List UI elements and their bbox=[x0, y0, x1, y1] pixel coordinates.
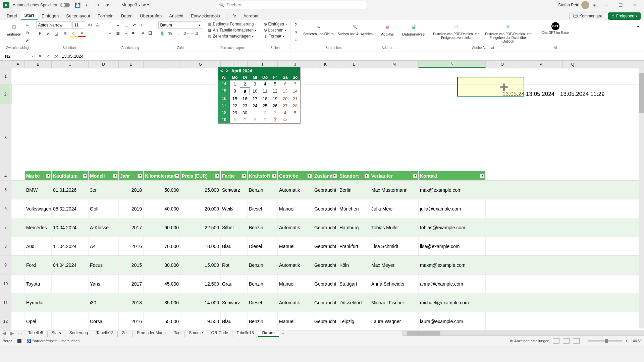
cell[interactable] bbox=[11, 171, 25, 180]
table-cell[interactable]: Gebraucht bbox=[313, 256, 338, 274]
table-cell[interactable]: 60.000 bbox=[144, 218, 180, 237]
cal-day[interactable]: 23 bbox=[240, 102, 250, 109]
table-cell[interactable]: 55.000 bbox=[144, 312, 180, 330]
table-header-jahr[interactable]: Jahr▾ bbox=[119, 171, 144, 180]
row-header[interactable]: 6 bbox=[0, 199, 11, 218]
table-cell[interactable]: Automatik bbox=[278, 293, 313, 312]
tab-menu-icon[interactable]: ⋯ bbox=[16, 330, 24, 336]
cal-day[interactable]: 4 bbox=[280, 109, 290, 116]
table-header-zustand[interactable]: Zustand▾ bbox=[313, 171, 338, 180]
table-cell[interactable]: 14.000 bbox=[180, 293, 221, 312]
toggle-icon[interactable] bbox=[60, 3, 70, 7]
row-header[interactable]: 12 bbox=[0, 312, 11, 330]
cal-day[interactable]: 29 bbox=[230, 109, 240, 116]
table-cell[interactable]: 45.000 bbox=[144, 275, 180, 293]
table-cell[interactable]: Focus bbox=[89, 256, 119, 274]
col-header-A[interactable]: A bbox=[11, 61, 25, 68]
align-bottom-icon[interactable]: ⎽ bbox=[122, 21, 130, 28]
align-top-icon[interactable]: ⎺ bbox=[106, 21, 114, 28]
table-cell[interactable]: Diesel bbox=[248, 237, 278, 255]
cal-day[interactable]: 8 bbox=[230, 87, 240, 95]
col-header-L[interactable]: L bbox=[338, 61, 370, 68]
table-cell[interactable]: 2016 bbox=[119, 312, 144, 330]
table-cell[interactable]: Automatik bbox=[278, 256, 313, 274]
tab-start[interactable]: Start bbox=[21, 11, 38, 20]
maximize-button[interactable]: ☐ bbox=[614, 1, 627, 9]
cal-day[interactable]: 8 bbox=[250, 116, 260, 123]
table-cell[interactable]: laura@example.com bbox=[419, 312, 486, 330]
table-cell[interactable]: 2017 bbox=[119, 218, 144, 237]
pdf-share-links-button[interactable]: 📄Erstellen von PDF-Dateien und Freigeben… bbox=[431, 21, 481, 40]
tab-hilfe[interactable]: Hilfe bbox=[224, 12, 239, 20]
status-accessibility[interactable]: Barrierefreiheit: Untersuchen bbox=[33, 339, 80, 343]
tab-ansicht[interactable]: Ansicht bbox=[166, 12, 187, 20]
cal-day[interactable]: 11 bbox=[260, 87, 270, 95]
table-header-preis[interactable]: Preis (EUR)▾ bbox=[180, 171, 221, 180]
table-header-getriebe[interactable]: Getriebe▾ bbox=[278, 171, 313, 180]
cell[interactable] bbox=[11, 293, 25, 312]
row-header[interactable]: 9 bbox=[0, 256, 11, 274]
scrollbar-thumb[interactable] bbox=[407, 331, 440, 336]
grow-font-icon[interactable]: A↑ bbox=[86, 22, 94, 28]
cal-day[interactable]: 5 bbox=[270, 80, 280, 87]
cal-day[interactable]: 21 bbox=[290, 95, 300, 102]
table-cell[interactable]: 2017 bbox=[119, 275, 144, 293]
table-cell[interactable]: Diesel bbox=[248, 199, 278, 218]
table-header-farbe[interactable]: Farbe▾ bbox=[221, 171, 248, 180]
conditional-formatting[interactable]: ▤Bedingte Formatierung▾ bbox=[206, 21, 258, 27]
undo-icon[interactable]: ↶ bbox=[84, 1, 91, 9]
font-color-icon[interactable]: A bbox=[78, 30, 86, 37]
macro-record-icon[interactable]: ⬛ bbox=[17, 339, 22, 343]
cal-day[interactable]: 22 bbox=[230, 102, 240, 109]
add-sheet-button[interactable]: + bbox=[279, 330, 287, 336]
cal-day[interactable]: 9 bbox=[240, 87, 250, 95]
align-middle-icon[interactable]: ≡ bbox=[114, 21, 122, 28]
cell[interactable] bbox=[11, 237, 25, 255]
merge-icon[interactable]: ⊟ bbox=[147, 29, 154, 36]
cell-O2[interactable]: 13.05.2024 bbox=[526, 91, 554, 98]
comments-button[interactable]: 💬Kommentare bbox=[569, 12, 606, 20]
table-header-kraftstoff[interactable]: Kraftstoff▾ bbox=[248, 171, 278, 180]
view-layout-icon[interactable] bbox=[563, 338, 570, 344]
filter-icon[interactable]: ▾ bbox=[46, 174, 51, 178]
row-header-3[interactable]: 3 bbox=[0, 104, 11, 171]
table-cell[interactable]: Opel bbox=[25, 312, 52, 330]
share-button[interactable]: ⇪Freigeben▾ bbox=[608, 12, 641, 20]
enter-formula-icon[interactable]: ✓ bbox=[44, 53, 52, 60]
cal-prev-icon[interactable]: < bbox=[220, 68, 223, 73]
table-cell[interactable]: Berlin bbox=[338, 181, 370, 199]
cal-day[interactable]: 28 bbox=[290, 102, 300, 109]
fill-icon[interactable]: ▾ bbox=[292, 29, 300, 36]
table-cell[interactable]: Schwarz bbox=[221, 181, 248, 199]
table-cell[interactable] bbox=[52, 312, 89, 330]
filter-icon[interactable]: ▾ bbox=[242, 174, 247, 178]
table-header-verkaeufer[interactable]: Verkäufer▾ bbox=[370, 171, 419, 180]
table-cell[interactable]: Schwarz bbox=[221, 293, 248, 312]
qat-dropdown-icon[interactable]: ▾ bbox=[104, 1, 111, 9]
table-cell[interactable]: Benzin bbox=[248, 312, 278, 330]
table-cell[interactable]: 08.02.2024 bbox=[52, 199, 89, 218]
cal-day[interactable]: 1 bbox=[250, 109, 260, 116]
table-cell[interactable]: Manuell bbox=[278, 275, 313, 293]
table-cell[interactable]: 9.500 bbox=[180, 312, 221, 330]
col-header-B[interactable]: B bbox=[25, 61, 52, 68]
cal-day[interactable]: 2 bbox=[240, 80, 250, 87]
font-size-combo[interactable]: 11 bbox=[72, 21, 85, 29]
table-cell[interactable]: Frankfurt bbox=[338, 237, 370, 255]
table-cell[interactable]: Blau bbox=[221, 312, 248, 330]
tab-prev-icon[interactable]: ◀ bbox=[0, 330, 8, 336]
table-cell[interactable]: Benzin bbox=[248, 218, 278, 237]
filter-icon[interactable]: ▾ bbox=[332, 174, 337, 178]
percent-icon[interactable]: % bbox=[166, 30, 174, 37]
table-cell[interactable]: 40.000 bbox=[144, 199, 180, 218]
table-cell[interactable]: 12.500 bbox=[180, 275, 221, 293]
table-cell[interactable]: Düsseldorf bbox=[338, 293, 370, 312]
border-icon[interactable]: ⊞ bbox=[61, 30, 69, 37]
table-header-marke[interactable]: Marke▾ bbox=[25, 171, 52, 180]
table-cell[interactable]: Benzin bbox=[248, 275, 278, 293]
table-cell[interactable]: Manuell bbox=[278, 237, 313, 255]
col-header-M[interactable]: M bbox=[370, 61, 419, 68]
zoom-in-button[interactable]: + bbox=[625, 339, 627, 343]
cal-day[interactable]: 16 bbox=[240, 95, 250, 102]
filter-icon[interactable]: ▾ bbox=[215, 174, 220, 178]
